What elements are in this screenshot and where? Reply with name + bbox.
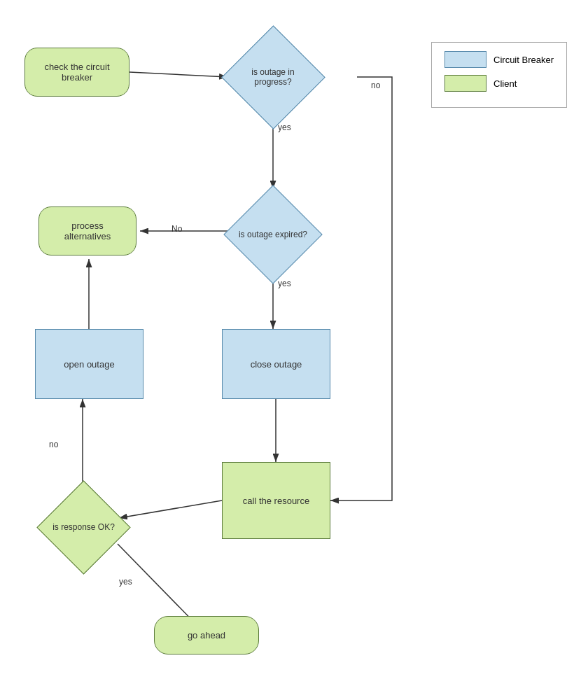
legend-box-green [444,75,486,92]
call-the-resource-node: call the resource [222,462,330,539]
process-alternatives-label: process alternatives [48,220,127,241]
legend-item-client: Client [444,75,554,92]
legend: Circuit Breaker Client [431,42,567,108]
go-ahead-label: go ahead [188,630,225,640]
legend-box-blue [444,51,486,68]
call-the-resource-label: call the resource [243,496,309,506]
check-circuit-breaker-label: check the circuit breaker [34,62,120,83]
no3-label: no [49,440,58,449]
legend-label-circuit-breaker: Circuit Breaker [493,55,554,65]
legend-item-circuit-breaker: Circuit Breaker [444,51,554,68]
process-alternatives-node: process alternatives [38,206,136,255]
close-outage-node: close outage [222,329,330,399]
yes1-label: yes [278,122,291,132]
open-outage-node: open outage [35,329,144,399]
yes2-label: yes [278,279,291,288]
is-response-ok-diamond: is response OK? [15,482,152,573]
flowchart-diagram: check the circuit breaker is outage in p… [0,0,588,700]
close-outage-label: close outage [251,359,302,370]
is-outage-expired-diamond: is outage expired? [196,186,350,284]
yes3-label: yes [119,577,132,587]
is-outage-in-progress-diamond: is outage in progress? [189,21,357,133]
no1-label: No [172,224,182,234]
go-ahead-node: go ahead [154,616,259,654]
open-outage-label: open outage [64,359,114,370]
no2-label: no [371,80,380,90]
check-circuit-breaker-node: check the circuit breaker [24,48,130,97]
legend-label-client: Client [493,78,517,89]
